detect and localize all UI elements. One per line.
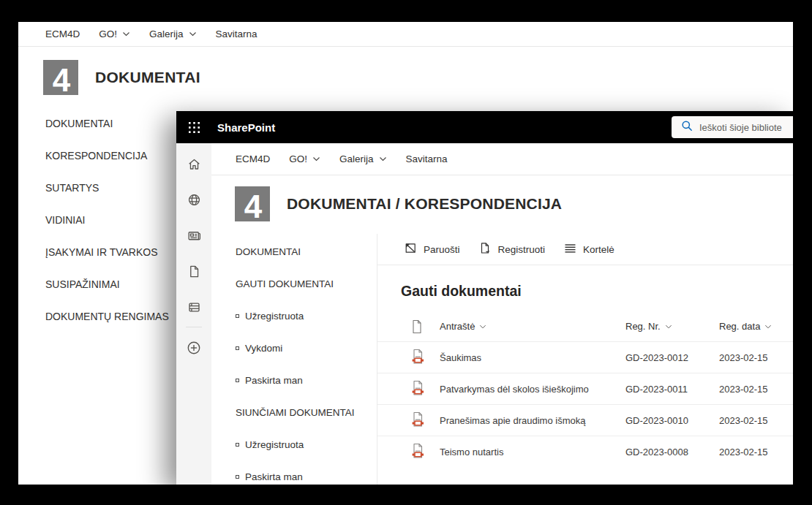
leftnav-label: Užregistruota xyxy=(245,311,304,322)
cell-antraste[interactable]: Pranešimas apie draudimo išmoką xyxy=(440,415,625,426)
column-label: Antraštė xyxy=(440,321,475,332)
fg-nav-galerija[interactable]: Galerija xyxy=(339,153,387,164)
cell-reg-data: 2023-02-15 xyxy=(719,447,793,457)
screen-frame: ECM4D GO! Galerija Savitarna 4 DOKUMENTA… xyxy=(0,0,812,505)
nav-label: Savitarna xyxy=(216,29,257,39)
chevron-down-icon xyxy=(379,155,387,163)
register-page-icon xyxy=(479,242,492,257)
sort-chevron-icon xyxy=(764,323,772,330)
registruoti-button[interactable]: Registruoti xyxy=(479,242,546,257)
command-toolbar: Paruošti Registruot xyxy=(377,234,793,265)
cell-reg-data: 2023-02-15 xyxy=(719,384,793,395)
bg-nav-galerija[interactable]: Galerija xyxy=(149,29,197,39)
news-icon[interactable] xyxy=(176,218,211,254)
chevron-down-icon xyxy=(312,155,320,163)
document-file-icon xyxy=(411,380,440,398)
document-file-icon xyxy=(411,349,440,367)
search-input[interactable] xyxy=(699,122,793,133)
search-icon xyxy=(681,120,693,134)
bg-page-title: DOKUMENTAI xyxy=(95,69,200,86)
column-antraste[interactable]: Antraštė xyxy=(440,321,625,332)
globe-icon[interactable] xyxy=(176,182,211,218)
leftnav-label: Paskirta man xyxy=(245,375,303,386)
nav-label: ECM4D xyxy=(45,29,80,39)
leftnav-label: Vykdomi xyxy=(245,343,282,354)
cell-reg-data: 2023-02-15 xyxy=(719,352,793,363)
table-header-row: Antraštė Reg. Nr. Reg. data xyxy=(377,311,793,341)
prepare-page-icon xyxy=(405,242,417,257)
ecm4d-logo[interactable]: 4 xyxy=(43,60,78,95)
cell-reg-nr: GD-2023-0011 xyxy=(625,384,719,395)
column-reg-data[interactable]: Reg. data xyxy=(719,321,793,332)
leftnav-siunciami-dokumentai[interactable]: SIUNČIAMI DOKUMENTAI xyxy=(211,396,377,428)
leftnav-paskirta-man-gauti[interactable]: Paskirta man xyxy=(211,364,377,396)
fg-nav-savitarna[interactable]: Savitarna xyxy=(406,153,448,164)
document-icon[interactable] xyxy=(176,254,211,289)
paruosti-button[interactable]: Paruošti xyxy=(405,242,460,257)
left-icon-rail xyxy=(176,143,211,485)
square-bullet-icon xyxy=(236,314,239,318)
leftnav-vykdomi[interactable]: Vykdomi xyxy=(211,332,377,364)
leftnav-uzregistruota-gauti[interactable]: Užregistruota xyxy=(211,300,377,332)
chevron-down-icon xyxy=(189,30,197,38)
library-icon[interactable] xyxy=(176,289,211,325)
toolbar-label: Paruošti xyxy=(424,244,460,255)
app-launcher-waffle-icon[interactable] xyxy=(176,111,211,143)
ecm4d-logo[interactable]: 4 xyxy=(235,186,270,221)
leftnav-uzregistruota-siunciami[interactable]: Užregistruota xyxy=(211,428,377,460)
file-type-column-icon[interactable] xyxy=(411,319,440,334)
suite-app-name[interactable]: SharePoint xyxy=(217,121,275,134)
library-search-box[interactable] xyxy=(672,116,793,138)
home-icon[interactable] xyxy=(176,146,211,182)
document-file-icon xyxy=(411,443,440,461)
bg-nav-go[interactable]: GO! xyxy=(99,29,130,39)
leftnav-gauti-dokumentai[interactable]: GAUTI DOKUMENTAI xyxy=(211,267,377,300)
leftnav-dokumentai[interactable]: DOKUMENTAI xyxy=(211,235,377,267)
kortele-button[interactable]: Kortelė xyxy=(564,242,614,257)
suite-bar: SharePoint xyxy=(176,111,793,143)
cell-reg-nr: GD-2023-0012 xyxy=(625,352,719,363)
square-bullet-icon xyxy=(236,346,239,350)
cell-reg-data: 2023-02-15 xyxy=(719,415,793,426)
fg-site-header: 4 DOKUMENTAI / KORESPONDENCIJA xyxy=(211,175,793,234)
square-bullet-icon xyxy=(236,443,239,447)
card-lines-icon xyxy=(564,242,576,257)
bg-nav-ecm4d[interactable]: ECM4D xyxy=(45,29,80,39)
chevron-down-icon xyxy=(122,30,130,38)
add-circle-icon[interactable] xyxy=(176,330,211,365)
table-row[interactable]: Teismo nutartis GD-2023-0008 2023-02-15 xyxy=(377,436,793,467)
bg-site-header: 4 DOKUMENTAI xyxy=(18,47,793,107)
cell-reg-nr: GD-2023-0010 xyxy=(625,415,719,426)
leftnav-label: Užregistruota xyxy=(245,439,304,450)
list-heading: Gauti dokumentai xyxy=(377,265,793,311)
table-row[interactable]: Pranešimas apie draudimo išmoką GD-2023-… xyxy=(377,404,793,436)
cell-antraste[interactable]: Šaukimas xyxy=(440,352,625,363)
fg-top-nav: ECM4D GO! Galerija Savitarna xyxy=(211,143,793,175)
nav-label: GO! xyxy=(289,153,307,164)
cell-antraste[interactable]: Patvarkymas dėl skolos išieškojimo xyxy=(440,384,625,395)
column-reg-nr[interactable]: Reg. Nr. xyxy=(625,321,719,332)
document-list-pane: Paruošti Registruot xyxy=(377,234,793,485)
cell-antraste[interactable]: Teismo nutartis xyxy=(440,447,625,457)
nav-label: Savitarna xyxy=(406,153,448,164)
nav-label: Galerija xyxy=(149,29,184,39)
table-row[interactable]: Patvarkymas dėl skolos išieškojimo GD-20… xyxy=(377,373,793,404)
column-label: Reg. Nr. xyxy=(625,321,661,332)
toolbar-label: Kortelė xyxy=(583,244,614,255)
fg-left-nav: DOKUMENTAI GAUTI DOKUMENTAI Užregistruot… xyxy=(211,234,377,485)
document-file-icon xyxy=(411,411,440,430)
bg-nav-savitarna[interactable]: Savitarna xyxy=(216,29,257,39)
fg-nav-go[interactable]: GO! xyxy=(289,153,320,164)
nav-label: GO! xyxy=(99,29,117,39)
table-row[interactable]: Šaukimas GD-2023-0012 2023-02-15 xyxy=(377,341,793,373)
cell-reg-nr: GD-2023-0008 xyxy=(625,447,719,457)
fg-page-title: DOKUMENTAI / KORESPONDENCIJA xyxy=(287,195,562,213)
sharepoint-window: SharePoint xyxy=(176,111,793,485)
square-bullet-icon xyxy=(236,475,239,479)
leftnav-paskirta-man-siunciami[interactable]: Paskirta man xyxy=(211,460,377,485)
fg-nav-ecm4d[interactable]: ECM4D xyxy=(236,153,270,164)
leftnav-label: Paskirta man xyxy=(245,471,303,482)
nav-label: Galerija xyxy=(339,153,374,164)
nav-label: ECM4D xyxy=(236,153,270,164)
sort-chevron-icon xyxy=(665,323,672,330)
